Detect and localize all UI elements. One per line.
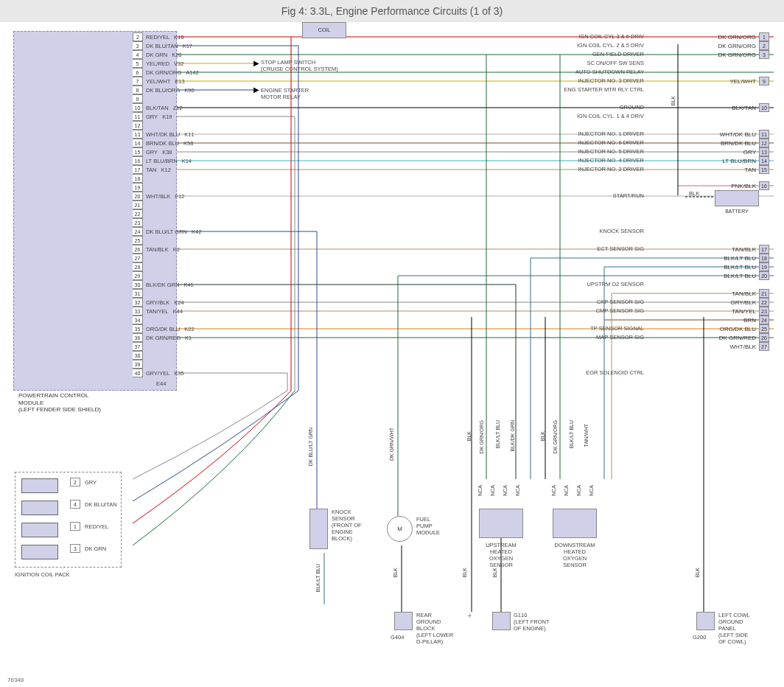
pin-number: 29: [133, 271, 143, 280]
wire-code: K18: [174, 34, 183, 41]
right-pin-number: 15: [759, 165, 769, 174]
pcm-pin-row: 29: [133, 271, 143, 280]
pin-number: 36: [133, 333, 143, 342]
wire-code: K12: [161, 167, 170, 173]
pcm-pin-row: 17TANK12: [133, 165, 171, 174]
right-pin-number: 19: [759, 262, 769, 271]
wire-color-label: BLK/LT BLU: [724, 255, 756, 262]
pcm-pin-row: 2RED/YELK18: [133, 32, 183, 41]
wire-code: K14: [182, 158, 192, 164]
right-pin-number: 26: [759, 333, 769, 342]
right-pin-number: 21: [759, 289, 769, 298]
pin-function-label: IGN COIL CYL 3 & 6 DRIV: [578, 33, 644, 40]
pcm-pin-row: 15GRYK38: [133, 147, 172, 156]
right-pin-number: 10: [759, 103, 769, 112]
coil-winding-icon: [21, 523, 58, 537]
wire-code: V32: [174, 60, 183, 67]
pcm-pin-row: 30BLK/DK GRNK41: [133, 280, 194, 289]
pin-function-label: INJECTOR NO. 2 DRIVER: [578, 166, 644, 172]
coil-wire-label: DK GRN: [85, 545, 106, 552]
pin-function-label: INJECTOR NO. 1 DRIVER: [578, 130, 644, 137]
nca-4: NCA: [515, 485, 520, 496]
wire-code: K17: [183, 43, 192, 49]
wire-color-label: DK GRN/RED: [146, 335, 181, 341]
pin-number: 23: [133, 218, 143, 227]
pcm-pin-row: 10BLK/TANZ12: [133, 103, 183, 112]
pin-function-label: START/RUN: [613, 192, 644, 199]
o2-wire-2: DK GRN/ORG: [479, 420, 484, 453]
pin-number: 13: [133, 130, 143, 139]
downstream-label: DOWNSTREAM HEATED OXYGEN SENSOR: [549, 542, 601, 568]
pin-number: 32: [133, 298, 143, 307]
coil-pin: 4: [70, 500, 80, 509]
wire-color-label: DK BLU/ORG: [146, 87, 180, 94]
pin-function-label: INJECTOR NO. 3 DRIVER: [578, 77, 644, 84]
g110-box: [492, 612, 511, 630]
pcm-pin-row: 3DK BLU/TANK17: [133, 41, 192, 50]
knock-wire-up: DK BLU/LT GRN: [308, 428, 313, 466]
wire-color-label: BLK/LT BLU: [724, 264, 756, 271]
wire-code: K38: [162, 149, 172, 156]
coil-pin: 2: [70, 478, 80, 487]
g404-box: [394, 612, 413, 630]
g110-text: G110 (LEFT FRONT OF ENGINE): [514, 612, 550, 632]
wire-code: K22: [184, 326, 194, 332]
pin-function-label: TP SENSOR SIGNAL: [590, 325, 644, 332]
pin-number: 15: [133, 147, 143, 156]
pin-number: 10: [133, 103, 143, 112]
wire-color-label: GRY/BLK: [730, 299, 756, 306]
arrow-icon: ▶: [253, 86, 259, 94]
right-pin-number: 17: [759, 245, 769, 254]
wire-color-label: GRY: [146, 114, 158, 120]
pcm-module-label: POWERTRAIN CONTROL MODULE (LEFT FENDER S…: [18, 392, 101, 414]
wire-color-label: GRY: [743, 149, 756, 156]
pcm-pin-row: 11GRYK19: [133, 112, 172, 121]
wire-color-label: WHT/DK BLU: [720, 131, 756, 138]
right-wire-label: GRY/BLK22: [730, 298, 769, 307]
right-pin-number: 25: [759, 324, 769, 333]
g404-label: REAR GROUND BLOCK (LEFT LOWER D-PILLAR): [416, 612, 453, 645]
wire-color-label: BLK/LT BLU: [724, 273, 756, 279]
wire-color-label: TAN/YEL: [732, 308, 756, 315]
pin-function-label: GROUND: [620, 104, 644, 111]
pin-number: 20: [133, 192, 143, 200]
wire-color-label: GRY/YEL: [146, 370, 169, 377]
battery-box: BATTERY: [715, 190, 759, 206]
right-wire-label: BRN/DK BLU12: [721, 139, 769, 147]
g200-blk: BLK: [695, 568, 700, 577]
pin-function-label: INJECTOR NO. 5 DRIVER: [578, 148, 644, 155]
pcm-pin-row: 40GRY/YELK35: [133, 369, 184, 377]
right-wire-label: TAN/BLK17: [732, 245, 769, 254]
knock-wire-down: BLK/LT BLU: [315, 564, 321, 592]
right-pin-number: 23: [759, 307, 769, 315]
pin-number: 38: [133, 351, 143, 360]
g200-code: G200: [693, 634, 706, 641]
wire-code: K13: [175, 78, 184, 85]
pcm-pin-row: 32GRY/BLKK24: [133, 298, 184, 307]
pcm-pin-row: 13WHT/DK BLUK11: [133, 130, 195, 139]
pin-number: 30: [133, 280, 143, 289]
right-pin-number: 2: [759, 41, 769, 50]
coil-winding-icon: [21, 478, 58, 493]
wire-color-label: BLK/TAN: [732, 105, 756, 111]
knock-sensor-box: [309, 509, 328, 549]
right-pin-number: 14: [759, 156, 769, 165]
pcm-pin-row: 9: [133, 94, 143, 103]
pcm-pin-row: 7YEL/WHTK13: [133, 77, 185, 86]
right-pin-number: 1: [759, 32, 769, 41]
pin-function-label: IGN COIL CYL. 1 & 4 DRIV: [577, 113, 644, 119]
pcm-pin-row: 34: [133, 315, 143, 324]
pin-function-label: ECT SENSOR SIG: [597, 245, 644, 252]
right-wire-label: DK GRN/RED26: [719, 333, 769, 342]
pin-number: 18: [133, 174, 143, 183]
coil-wire-label: RED/YEL: [85, 523, 108, 530]
g110-label: ⏚: [468, 612, 472, 618]
wire-color-label: GRY/BLK: [146, 299, 169, 306]
wire-color-label: TAN/BLK: [732, 246, 756, 253]
pin-number: 2: [133, 32, 143, 41]
wire-color-label: ORG/DK BLU: [146, 326, 180, 332]
o2d-wire-4: TAN/WHT: [584, 424, 589, 447]
pcm-pin-row: 23: [133, 218, 143, 227]
pcm-pin-row: 12: [133, 121, 143, 130]
o2d-wire-3: BLK/LT BLU: [569, 420, 574, 448]
